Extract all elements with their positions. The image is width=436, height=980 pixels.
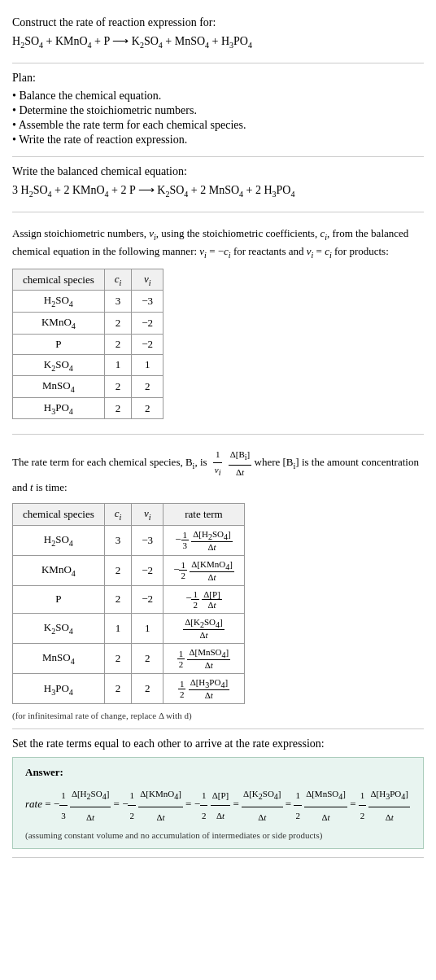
rate-expression: rate = −13 Δ[H2SO4]Δt = −12 Δ[KMnO4]Δt =… [25,784,411,826]
rt-species-h2so4: H2SO4 [13,525,105,555]
ci-k2so4: 1 [104,354,132,376]
rt-species-p: P [13,585,105,613]
rt-col-ci: ci [104,503,132,525]
ci-h2so4: 3 [104,291,132,313]
ci-mnso4: 2 [104,376,132,398]
plan-step-2: Determine the stoichiometric numbers. [12,104,424,117]
header-section: Construct the rate of reaction expressio… [12,8,424,63]
vi-mnso4: 2 [132,376,164,398]
rt-ci-h3po4: 2 [104,674,132,704]
rt-col-rate: rate term [164,503,245,525]
rt-vi-mnso4: 2 [132,644,164,674]
rt-ci-p: 2 [104,585,132,613]
table-row: K2SO4 1 1 [13,354,164,376]
delta-bi-frac: Δ[Bi] Δt [229,448,252,479]
plan-step-3: Assemble the rate term for each chemical… [12,119,424,132]
rt-rate-kmno4: −12 Δ[KMnO4]Δt [164,555,245,585]
vi-k2so4: 1 [132,354,164,376]
construct-label: Construct the rate of reaction expressio… [12,16,424,29]
col-ci: ci [104,269,132,291]
answer-label: Answer: [25,766,411,779]
table-row: MnSO4 2 2 12 Δ[MnSO4]Δt [13,644,245,674]
rt-species-h3po4: H3PO4 [13,674,105,704]
plan-list: Balance the chemical equation. Determine… [12,90,424,147]
table-row: H2SO4 3 −3 [13,291,164,313]
vi-h2so4: −3 [132,291,164,313]
rate-formula-frac: 1 νi [213,448,223,479]
rate-term-description: The rate term for each chemical species,… [12,448,424,497]
rt-vi-k2so4: 1 [132,613,164,643]
rt-species-k2so4: K2SO4 [13,613,105,643]
rt-rate-p: −12 Δ[P]Δt [164,585,245,613]
unbalanced-equation: H2SO4 + KMnO4 + P ⟶ K2SO4 + MnSO4 + H3PO… [12,34,424,50]
rt-col-vi: νi [132,503,164,525]
rate-term-table: chemical species ci νi rate term H2SO4 3… [12,503,245,705]
ci-p: 2 [104,334,132,354]
rate-term-note: (for infinitesimal rate of change, repla… [12,711,424,720]
rate-term-section: The rate term for each chemical species,… [12,435,424,729]
balanced-label: Write the balanced chemical equation: [12,165,424,178]
stoichiometric-table: chemical species ci νi H2SO4 3 −3 KMnO4 … [12,269,164,420]
rt-ci-k2so4: 1 [104,613,132,643]
plan-step-4: Write the rate of reaction expression. [12,133,424,147]
ci-kmno4: 2 [104,312,132,334]
rt-vi-h2so4: −3 [132,525,164,555]
table-row: KMnO4 2 −2 [13,312,164,334]
answer-assumption: (assuming constant volume and no accumul… [25,830,411,840]
table-row: H3PO4 2 2 [13,397,164,419]
vi-h3po4: 2 [132,397,164,419]
rt-vi-kmno4: −2 [132,555,164,585]
answer-box: Answer: rate = −13 Δ[H2SO4]Δt = −12 Δ[KM… [12,757,424,848]
species-mnso4: MnSO4 [13,376,105,398]
table-row: P 2 −2 [13,334,164,354]
species-h3po4: H3PO4 [13,397,105,419]
rt-rate-h3po4: 12 Δ[H3PO4]Δt [164,674,245,704]
species-p: P [13,334,105,354]
stoichiometric-section: Assign stoichiometric numbers, νi, using… [12,212,424,435]
vi-p: −2 [132,334,164,354]
table-row: K2SO4 1 1 Δ[K2SO4]Δt [13,613,245,643]
vi-kmno4: −2 [132,312,164,334]
table-row: P 2 −2 −12 Δ[P]Δt [13,585,245,613]
rt-rate-mnso4: 12 Δ[MnSO4]Δt [164,644,245,674]
set-equal-label: Set the rate terms equal to each other t… [12,737,424,750]
rt-ci-kmno4: 2 [104,555,132,585]
col-vi: νi [132,269,164,291]
rt-ci-h2so4: 3 [104,525,132,555]
rt-vi-h3po4: 2 [132,674,164,704]
species-k2so4: K2SO4 [13,354,105,376]
species-kmno4: KMnO4 [13,312,105,334]
table-row: MnSO4 2 2 [13,376,164,398]
answer-section: Set the rate terms equal to each other t… [12,729,424,857]
rt-rate-k2so4: Δ[K2SO4]Δt [164,613,245,643]
plan-step-1: Balance the chemical equation. [12,90,424,103]
rt-vi-p: −2 [132,585,164,613]
ci-h3po4: 2 [104,397,132,419]
table-row: H3PO4 2 2 12 Δ[H3PO4]Δt [13,674,245,704]
rt-species-mnso4: MnSO4 [13,644,105,674]
balanced-equation: 3 H2SO4 + 2 KMnO4 + 2 P ⟶ K2SO4 + 2 MnSO… [12,183,424,199]
table-row: H2SO4 3 −3 −13 Δ[H2SO4]Δt [13,525,245,555]
stoichiometric-description: Assign stoichiometric numbers, νi, using… [12,225,424,262]
plan-label: Plan: [12,72,424,85]
rt-col-species: chemical species [13,503,105,525]
balanced-section: Write the balanced chemical equation: 3 … [12,157,424,212]
rt-rate-h2so4: −13 Δ[H2SO4]Δt [164,525,245,555]
rt-species-kmno4: KMnO4 [13,555,105,585]
species-h2so4: H2SO4 [13,291,105,313]
plan-section: Plan: Balance the chemical equation. Det… [12,63,424,157]
rt-ci-mnso4: 2 [104,644,132,674]
table-row: KMnO4 2 −2 −12 Δ[KMnO4]Δt [13,555,245,585]
col-species: chemical species [13,269,105,291]
